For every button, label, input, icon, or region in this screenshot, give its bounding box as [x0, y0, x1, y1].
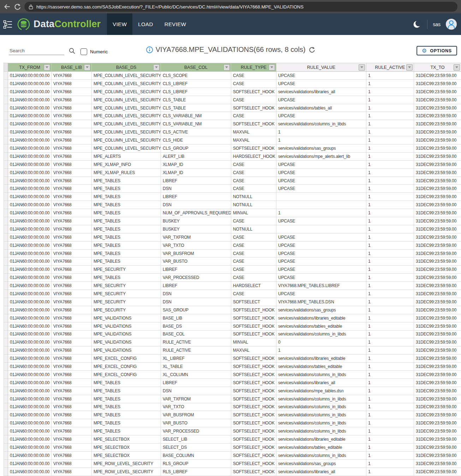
- column-header-BASE_LIB[interactable]: BASE_LIB: [52, 63, 92, 72]
- info-icon[interactable]: [146, 46, 153, 53]
- column-header-RULE_VALUE[interactable]: RULE_VALUE: [276, 63, 366, 72]
- row-handle[interactable]: [4, 120, 8, 128]
- row-handle[interactable]: [4, 298, 8, 306]
- table-row: 01JAN60:00:00:00.00VIYA7668MPE_ROW_LEVEL…: [4, 468, 461, 476]
- row-handle[interactable]: [4, 153, 8, 161]
- column-header-BASE_COL[interactable]: BASE_COL: [161, 63, 231, 72]
- search-input[interactable]: [9, 47, 64, 55]
- row-handle[interactable]: [4, 136, 8, 144]
- options-button[interactable]: ⚙ OPTIONS: [417, 46, 457, 55]
- filter-dropdown-icon[interactable]: [84, 64, 90, 71]
- grid-cell: VIYA7668.MPE_TABLES.LIBREF: [276, 282, 366, 290]
- tree-menu-icon[interactable]: [0, 13, 16, 35]
- row-handle[interactable]: [4, 306, 8, 314]
- grid-cell: 31DEC99:23:59:59.00: [414, 314, 461, 322]
- row-handle[interactable]: [4, 387, 8, 395]
- user-avatar[interactable]: [446, 19, 457, 30]
- row-handle[interactable]: [4, 80, 8, 88]
- row-handle[interactable]: [4, 88, 8, 96]
- brand-logo[interactable]: DataController: [16, 13, 101, 35]
- row-handle[interactable]: [4, 427, 8, 435]
- row-handle[interactable]: [4, 290, 8, 298]
- row-handle[interactable]: [4, 104, 8, 112]
- row-handle[interactable]: [4, 144, 8, 153]
- grid-cell: 31DEC99:23:59:59.00: [414, 460, 461, 468]
- filter-dropdown-icon[interactable]: [269, 64, 275, 71]
- row-handle[interactable]: [4, 435, 8, 444]
- row-handle[interactable]: [4, 379, 8, 387]
- grid-cell: MPE_TABLES: [92, 419, 161, 427]
- grid-cell: 31DEC99:23:59:59.00: [414, 395, 461, 403]
- row-handle[interactable]: [4, 331, 8, 339]
- datacontroller-logo-icon: [17, 18, 30, 31]
- table-row: 01JAN60:00:00:00.00VIYA7668MPE_COLUMN_LE…: [4, 144, 461, 153]
- dark-mode-moon-icon[interactable]: [413, 20, 422, 29]
- tab-view[interactable]: VIEW: [107, 13, 132, 35]
- row-handle[interactable]: [4, 233, 8, 242]
- column-header-TX_TO[interactable]: TX_TO: [414, 63, 461, 72]
- grid-cell: SOFTSELECT_HOOK: [231, 355, 276, 363]
- row-handle[interactable]: [4, 274, 8, 282]
- grid-cell: services/validations/libraries_all: [276, 88, 366, 96]
- row-handle[interactable]: [4, 72, 8, 80]
- filter-dropdown-icon[interactable]: [359, 64, 365, 71]
- grid-cell: MPE_COLUMN_LEVEL_SECURITY: [92, 96, 161, 104]
- row-handle[interactable]: [4, 346, 8, 355]
- search-icon[interactable]: [69, 48, 75, 55]
- numeric-checkbox[interactable]: [80, 48, 87, 55]
- filter-dropdown-icon[interactable]: [153, 64, 160, 71]
- row-handle[interactable]: [4, 452, 8, 460]
- filter-dropdown-icon[interactable]: [223, 64, 230, 71]
- row-handle[interactable]: [4, 209, 8, 217]
- row-handle[interactable]: [4, 257, 8, 266]
- row-handle[interactable]: [4, 201, 8, 209]
- row-handle[interactable]: [4, 225, 8, 233]
- row-handle[interactable]: [4, 355, 8, 363]
- column-header-TX_FROM[interactable]: TX_FROM: [8, 63, 52, 72]
- browser-refresh-icon[interactable]: [14, 4, 21, 10]
- row-handle[interactable]: [4, 185, 8, 193]
- filter-dropdown-icon[interactable]: [454, 64, 460, 71]
- refresh-icon[interactable]: [309, 46, 315, 53]
- column-label: BASE_LIB: [61, 65, 82, 70]
- row-handle[interactable]: [4, 419, 8, 427]
- row-handle[interactable]: [4, 128, 8, 136]
- tab-load[interactable]: LOAD: [132, 13, 158, 35]
- row-handle[interactable]: [4, 161, 8, 169]
- row-handle[interactable]: [4, 363, 8, 371]
- grid-cell: CASE: [231, 185, 276, 193]
- row-handle[interactable]: [4, 322, 8, 331]
- column-header-RULE_ACTIVE[interactable]: RULE_ACTIVE: [366, 63, 414, 72]
- row-handle[interactable]: [4, 193, 8, 201]
- row-handle[interactable]: [4, 371, 8, 379]
- row-handle[interactable]: [4, 217, 8, 225]
- grid-cell: services/validations/sas_groups: [276, 306, 366, 314]
- grid-cell: CASE: [231, 274, 276, 282]
- column-header-RULE_TYPE[interactable]: RULE_TYPE: [231, 63, 276, 72]
- row-handle[interactable]: [4, 444, 8, 452]
- filter-dropdown-icon[interactable]: [44, 64, 50, 71]
- row-handle[interactable]: [4, 112, 8, 120]
- row-handle[interactable]: [4, 250, 8, 258]
- row-handle[interactable]: [4, 169, 8, 177]
- row-handle[interactable]: [4, 242, 8, 250]
- row-handle[interactable]: [4, 395, 8, 403]
- url-bar[interactable]: https://sasserver.demo.sas.com/SASJobExe…: [24, 2, 457, 12]
- row-handle[interactable]: [4, 411, 8, 419]
- row-handle[interactable]: [4, 282, 8, 290]
- column-header-BASE_DS[interactable]: BASE_DS: [92, 63, 161, 72]
- row-handle[interactable]: [4, 266, 8, 274]
- row-handle[interactable]: [4, 338, 8, 346]
- row-handle[interactable]: [4, 177, 8, 185]
- grid-cell: services/validations/mpe_tables.dsn: [276, 387, 366, 395]
- select-all-handle[interactable]: [4, 63, 8, 72]
- row-handle[interactable]: [4, 314, 8, 322]
- tab-review[interactable]: REVIEW: [159, 13, 192, 35]
- row-handle[interactable]: [4, 403, 8, 411]
- back-icon[interactable]: [4, 4, 11, 10]
- filter-dropdown-icon[interactable]: [406, 64, 413, 71]
- grid-cell: MPE_XLMAP_RULES: [92, 169, 161, 177]
- row-handle[interactable]: [4, 460, 8, 468]
- row-handle[interactable]: [4, 96, 8, 104]
- row-handle[interactable]: [4, 468, 8, 476]
